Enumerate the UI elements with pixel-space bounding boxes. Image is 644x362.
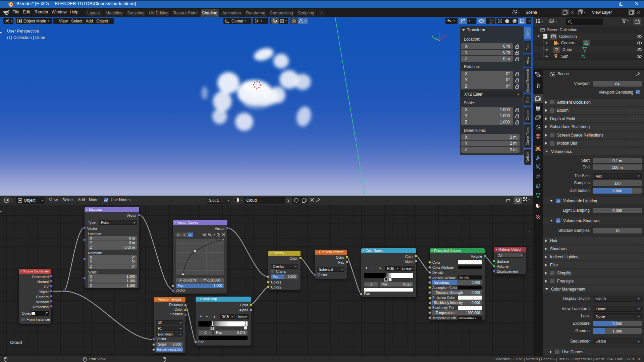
svg-text:y: y bbox=[432, 35, 434, 38]
